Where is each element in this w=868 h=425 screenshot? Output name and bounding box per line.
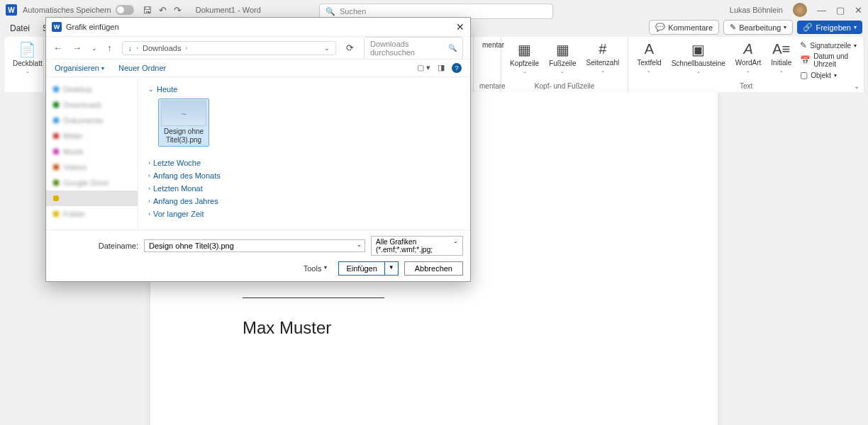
redo-icon[interactable]: ↷: [174, 5, 182, 16]
chevron-right-icon: ›: [148, 198, 150, 205]
chevron-down-icon: ⌄: [26, 69, 30, 74]
sidebar-item-selected[interactable]: [46, 191, 138, 206]
autosave-toggle[interactable]: Automatisches Speichern: [23, 5, 134, 15]
help-icon[interactable]: ?: [452, 63, 462, 73]
insert-button[interactable]: Einfügen ▼: [338, 261, 398, 276]
dialog-close-button[interactable]: ✕: [456, 21, 464, 33]
dialog-content: ⌄ Heute ~ Design ohne Titel(3).png ›Letz…: [138, 77, 470, 230]
comment-icon: 💬: [655, 23, 665, 32]
tools-dropdown[interactable]: Tools ▾: [304, 264, 328, 273]
chevron-down-icon: ⌄: [746, 68, 750, 74]
organize-dropdown[interactable]: Organisieren ▾: [55, 64, 104, 72]
close-button[interactable]: ✕: [855, 5, 862, 16]
signature-icon: ✎: [800, 40, 807, 50]
chevron-down-icon: ⌄: [148, 86, 154, 93]
chevron-down-icon: ▾: [854, 24, 857, 30]
chevron-right-icon: ›: [136, 45, 138, 52]
sidebar-item[interactable]: Folder: [46, 206, 138, 222]
chevron-down-icon[interactable]: ⌄: [357, 242, 362, 248]
filename-input[interactable]: Design ohne Titel(3).png ⌄: [144, 239, 365, 252]
ribbon-fusszeile[interactable]: ▦ Fußzeile ⌄: [546, 40, 579, 76]
share-icon: 🔗: [803, 23, 813, 32]
chevron-down-icon[interactable]: ⌄: [324, 45, 330, 52]
nav-forward-icon[interactable]: →: [72, 42, 82, 53]
ribbon-initiale[interactable]: A≡ Initiale ⌄: [768, 40, 794, 81]
section-year-start[interactable]: ›Anfang des Jahres: [148, 195, 460, 208]
section-long-ago[interactable]: ›Vor langer Zeit: [148, 208, 460, 220]
maximize-button[interactable]: ▢: [836, 5, 845, 16]
sidebar-item[interactable]: Videos: [46, 159, 138, 175]
footer-icon: ▦: [556, 41, 569, 58]
editing-dropdown[interactable]: ✎ Bearbeitung ▾: [723, 20, 793, 35]
nav-up-icon[interactable]: ↑: [107, 42, 112, 53]
file-thumbnail: ~: [161, 101, 206, 126]
sidebar-item[interactable]: Dokumente: [46, 113, 138, 128]
dialog-nav: ← → ⌄ ↑ ↓ › Downloads › ⌄ ⟳ Downloads du…: [46, 36, 470, 59]
file-item[interactable]: ~ Design ohne Titel(3).png: [158, 98, 209, 147]
chevron-down-icon: ⌄: [696, 69, 701, 74]
search-placeholder: Suchen: [340, 7, 366, 16]
view-mode-icon[interactable]: ▢ ▾: [417, 63, 430, 73]
dialog-toolbar: Organisieren ▾ Neuer Ordner ▢ ▾ ◨ ?: [46, 59, 470, 77]
section-last-week[interactable]: ›Letzte Woche: [148, 157, 460, 169]
ribbon-objekt[interactable]: ▢ Objekt ▾: [799, 69, 858, 81]
dialog-body: Desktop Downloads Dokumente Bilder Musik…: [46, 77, 470, 230]
calendar-icon: 📅: [800, 55, 811, 65]
ribbon-textfeld[interactable]: A Textfeld ⌄: [634, 40, 664, 81]
comments-button[interactable]: 💬 Kommentare: [649, 20, 719, 35]
chevron-right-icon: ›: [148, 210, 150, 217]
dialog-search[interactable]: Downloads durchsuchen 🔍: [364, 37, 463, 60]
section-today[interactable]: ⌄ Heute: [148, 83, 460, 96]
chevron-down-icon: ⌄: [523, 69, 527, 74]
sidebar-item[interactable]: Google Drive: [46, 175, 138, 191]
dialog-title: Grafik einfügen: [66, 23, 119, 31]
titlebar-right: Lukas Böhnlein — ▢ ✕: [730, 3, 862, 17]
section-month-start[interactable]: ›Anfang des Monats: [148, 169, 460, 182]
sidebar-item[interactable]: Musik: [46, 144, 138, 159]
chevron-right-icon: ›: [148, 159, 150, 166]
undo-icon[interactable]: ↶: [159, 5, 167, 16]
preview-pane-icon[interactable]: ◨: [438, 63, 445, 73]
section-last-month[interactable]: ›Letzten Monat: [148, 182, 460, 195]
minimize-button[interactable]: —: [817, 5, 826, 16]
menu-file[interactable]: Datei: [10, 23, 30, 33]
breadcrumb-bar[interactable]: ↓ › Downloads › ⌄: [122, 41, 337, 55]
user-avatar[interactable]: [793, 3, 807, 17]
dropcap-icon: A≡: [772, 41, 790, 57]
chevron-down-icon: ▾: [854, 42, 857, 49]
ribbon-seitenzahl[interactable]: # Seitenzahl ⌄: [584, 40, 623, 76]
ribbon-collapse-button[interactable]: ⌄: [854, 82, 859, 90]
toggle-switch[interactable]: [116, 5, 134, 15]
ribbon-kopfzeile[interactable]: ▦ Kopfzeile ⌄: [507, 40, 542, 76]
chevron-right-icon: ›: [148, 172, 150, 179]
ribbon-schnellbausteine[interactable]: ▣ Schnellbausteine ⌄: [669, 40, 728, 81]
refresh-icon[interactable]: ⟳: [346, 42, 354, 53]
share-button[interactable]: 🔗 Freigeben ▾: [797, 21, 862, 34]
insert-split-dropdown[interactable]: ▼: [385, 262, 398, 275]
text-group-label: Text: [634, 82, 858, 90]
word-icon: W: [52, 22, 62, 32]
user-name: Lukas Böhnlein: [730, 6, 783, 14]
chevron-right-icon: ›: [185, 45, 187, 52]
ribbon-wordart[interactable]: A WordArt ⌄: [733, 40, 764, 81]
file-name: Design ohne Titel(3).png: [160, 128, 207, 144]
sidebar-item[interactable]: Downloads: [46, 97, 138, 113]
nav-back-icon[interactable]: ←: [53, 42, 62, 53]
insert-picture-dialog: W Grafik einfügen ✕ ← → ⌄ ↑ ↓ › Download…: [45, 17, 471, 282]
sidebar-item[interactable]: Desktop: [46, 81, 138, 97]
save-icon[interactable]: 🖫: [143, 5, 152, 16]
document-name: Dokument1 - Word: [196, 6, 261, 14]
ribbon-deckblatt[interactable]: 📄 Deckblatt ⌄: [10, 40, 45, 76]
chevron-down-icon: ⌄: [647, 68, 651, 74]
quick-access-toolbar: 🖫 ↶ ↷: [143, 5, 182, 16]
page-number-icon: #: [599, 41, 606, 57]
page-icon: 📄: [18, 41, 36, 58]
cancel-button[interactable]: Abbrechen: [404, 261, 463, 276]
ribbon-signaturzeile[interactable]: ✎ Signaturzeile ▾: [799, 40, 858, 51]
file-filter-dropdown[interactable]: Alle Grafiken (*.emf;*.wmf;*.jpg; ⌄: [371, 236, 463, 256]
ribbon-datum-uhrzeit[interactable]: 📅 Datum und Uhrzeit: [799, 52, 858, 69]
object-icon: ▢: [800, 70, 808, 80]
sidebar-item[interactable]: Bilder: [46, 128, 138, 144]
new-folder-button[interactable]: Neuer Ordner: [118, 64, 166, 72]
nav-recent-icon[interactable]: ⌄: [91, 45, 97, 52]
